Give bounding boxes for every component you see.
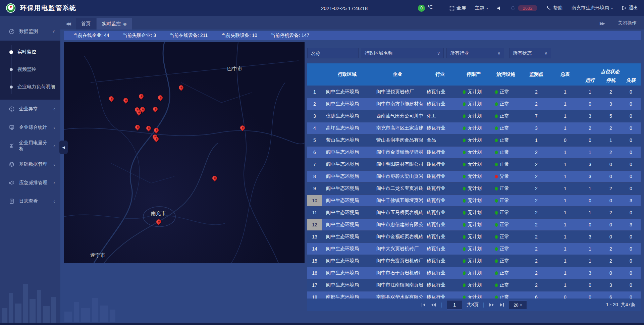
- cell-facility-status: 异常: [490, 173, 522, 179]
- cell-company: 西南油气田分公司川中: [372, 113, 423, 119]
- cell-stop: 0: [600, 222, 621, 227]
- sidebar-item-log-view[interactable]: 日志查看 ‹: [0, 192, 60, 210]
- status-dot-icon: [463, 259, 466, 263]
- table-row[interactable]: 11阆中生态环境局阆中市五马桥页岩机砖砖瓦行业无计划正常21120: [307, 207, 641, 218]
- cell-lost: 0: [621, 246, 641, 252]
- cell-industry: 砖瓦行业: [423, 270, 458, 276]
- table-row[interactable]: 18南部生态环境局南部县双华水泥有限公砖瓦行业无计划正常60060: [307, 291, 641, 299]
- sidebar-item-video-monitor[interactable]: 视频监控: [0, 61, 60, 78]
- table-row[interactable]: 13阆中生态环境局阆中市金福旺页岩机砖砖瓦行业无计划正常21300: [307, 231, 641, 242]
- cell-industry: 砖瓦行业: [423, 222, 458, 228]
- cell-company: 阆中千佛镇五郎垭页岩: [372, 198, 423, 204]
- bullet-icon: [10, 68, 13, 71]
- table-row[interactable]: 8阆中生态环境局阆中市枣碧大梁山页岩砖瓦行业无计划异常21300: [307, 171, 641, 182]
- help-button[interactable]: 帮助: [546, 5, 562, 11]
- prev-page-button[interactable]: [431, 303, 437, 307]
- fullscreen-button[interactable]: 全屏: [449, 5, 466, 11]
- table-row[interactable]: 4高坪生态环境局南充市高坪区王家店建砖瓦行业无计划正常31220: [307, 122, 641, 134]
- status-dot-icon: [495, 199, 498, 203]
- cell-lost: 0: [621, 89, 641, 95]
- cell-meters: 0: [551, 294, 580, 299]
- cell-region: 阆中生态环境局: [322, 234, 372, 240]
- table-row[interactable]: 7阆中生态环境局阆中明阳建材有限公司砖瓦行业无计划正常21300: [307, 159, 641, 170]
- stat-lost-devices: 当前失联设备:10: [221, 33, 257, 39]
- mute-button[interactable]: [497, 6, 501, 10]
- tabs-scroll-left-button[interactable]: ◀◀: [66, 21, 70, 26]
- logout-button[interactable]: 退出: [622, 5, 638, 11]
- cell-stop: 6: [600, 294, 621, 299]
- page-number-input[interactable]: [447, 300, 462, 310]
- skyline-decoration: [64, 298, 115, 322]
- tab-realtime-monitor[interactable]: 实时监控 ⊗: [97, 18, 132, 30]
- cell-points: 2: [522, 150, 551, 155]
- industry-select[interactable]: 所有行业∨: [446, 48, 504, 58]
- region-select[interactable]: 行政区域名称∨: [361, 48, 444, 58]
- cell-row-number: 18: [307, 291, 322, 299]
- close-icon[interactable]: ⊗: [123, 21, 127, 26]
- cell-lost: 0: [621, 294, 641, 299]
- cell-row-number: 10: [307, 195, 322, 206]
- cell-row-number: 1: [307, 86, 322, 98]
- cell-facility-status: 正常: [490, 113, 522, 119]
- cell-points: 2: [522, 234, 551, 239]
- table-row[interactable]: 15阆中生态环境局阆中市光富页岩机砖厂砖瓦行业无计划正常21120: [307, 255, 641, 267]
- sidebar-item-realtime-monitor[interactable]: 实时监控: [0, 43, 60, 61]
- cell-lost: 0: [621, 258, 641, 264]
- table-row[interactable]: 10阆中生态环境局阆中千佛镇五郎垭页岩砖瓦行业无计划正常21003: [307, 195, 641, 206]
- table-row[interactable]: 2阆中生态环境局阆中市南方节能建材有砖瓦行业无计划正常21030: [307, 98, 641, 110]
- cell-run: 0: [580, 138, 600, 143]
- sidebar-item-power-analysis[interactable]: 企业用电量分析 ‹: [0, 137, 60, 155]
- col-limit: 停限产: [458, 71, 490, 77]
- cell-stop: 2: [600, 210, 621, 215]
- cell-facility-status: 正常: [490, 234, 522, 240]
- status-dot-icon: [463, 126, 466, 130]
- cell-points: 1: [522, 138, 551, 143]
- table-row[interactable]: 1阆中生态环境局阆中强锐页岩砖厂砖瓦行业无计划正常21120: [307, 86, 641, 98]
- cell-row-number: 6: [307, 147, 322, 158]
- cell-region: 阆中生态环境局: [322, 185, 372, 192]
- fullscreen-icon: [449, 6, 454, 11]
- first-page-button[interactable]: [421, 303, 426, 307]
- map-panel[interactable]: 巴中市南充市遂宁市: [64, 42, 305, 263]
- chevron-left-icon: ‹: [53, 125, 55, 130]
- close-operations-button[interactable]: 关闭操作: [618, 20, 637, 26]
- cell-industry: 砖瓦行业: [423, 125, 458, 131]
- theme-dropdown[interactable]: 主题 ▾: [475, 5, 488, 11]
- tabs-scroll-right-button[interactable]: ▶▶: [600, 21, 604, 26]
- sidebar-item-power-load-detail[interactable]: 企业电力负荷明细: [0, 78, 60, 96]
- sidebar-item-base-data[interactable]: 基础数据管理 ‹: [0, 155, 60, 173]
- cell-facility-status: 正常: [490, 198, 522, 204]
- sidebar-item-company-statistics[interactable]: 企业综合统计 ‹: [0, 118, 60, 137]
- cell-stop: 2: [600, 258, 621, 264]
- table-row[interactable]: 6阆中生态环境局阆中市金博瑞新型墙材砖瓦行业无计划正常21120: [307, 147, 641, 158]
- cell-meters: 1: [551, 162, 580, 167]
- table-row[interactable]: 5营山生态环境局营山县润丰肉食品有限食品无计划正常10010: [307, 134, 641, 146]
- sidebar-item-company-abnormal[interactable]: 企业异常 ‹: [0, 100, 60, 118]
- cell-row-number: 13: [307, 231, 322, 242]
- cell-run: 1: [580, 150, 600, 155]
- table-row[interactable]: 16阆中生态环境局阆中市石子页岩机砖厂砖瓦行业无计划正常21300: [307, 267, 641, 279]
- sidebar-item-data-monitoring[interactable]: 数据监测 ∨: [0, 22, 60, 41]
- map-collapse-button[interactable]: ◀: [59, 141, 68, 154]
- stat-stopped-devices: 当前停机设备:147: [271, 33, 309, 39]
- map-roads: [64, 42, 305, 263]
- org-dropdown[interactable]: 南充市生态环境局 ▾: [572, 5, 613, 11]
- status-dot-icon: [463, 114, 466, 118]
- speaker-icon: [497, 6, 501, 10]
- table-row[interactable]: 17阆中生态环境局阆中市江南镇阆南页岩砖瓦行业无计划正常21030: [307, 279, 641, 291]
- cell-limit-status: 无计划: [458, 137, 490, 143]
- next-page-button[interactable]: [489, 303, 495, 307]
- cell-points: 2: [522, 258, 551, 264]
- panels: 巴中市南充市遂宁市 ◀ 行政区域名称∨ 所有行业∨ 所有状态∨ 行政区域 企业 …: [60, 41, 644, 325]
- page-size-select[interactable]: 20∨: [509, 301, 527, 309]
- status-select[interactable]: 所有状态∨: [509, 48, 551, 58]
- table-row[interactable]: 3仪陇生态环境局西南油气田分公司川中化工无计划正常71350: [307, 110, 641, 122]
- notifications-button[interactable]: 2632: [511, 5, 537, 11]
- tab-home[interactable]: 首页: [76, 18, 96, 30]
- table-row[interactable]: 12阆中生态环境局阆中市忠信建材有限公砖瓦行业无计划正常21003: [307, 219, 641, 230]
- name-search-input[interactable]: [307, 48, 359, 58]
- last-page-button[interactable]: [499, 303, 504, 307]
- table-row[interactable]: 9阆中生态环境局阆中市二龙长宝页岩砖砖瓦行业无计划正常21120: [307, 183, 641, 194]
- table-row[interactable]: 14阆中生态环境局阆中大兴页岩机砖厂砖瓦行业无计划正常21120: [307, 243, 641, 255]
- sidebar-item-emergency-reduction[interactable]: 应急减排管理 ‹: [0, 173, 60, 192]
